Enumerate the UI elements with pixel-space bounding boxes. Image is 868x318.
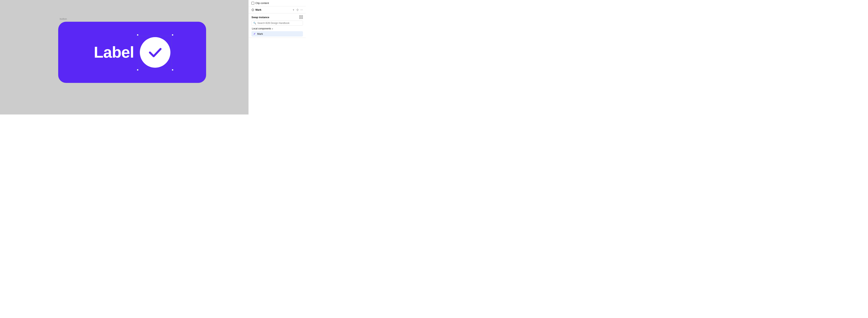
check-icon: ✓ [253,32,256,35]
handle-bl [137,69,138,71]
handle-tr [172,34,173,36]
component-chevron-icon[interactable]: ∨ [293,8,294,11]
button-text: Label [94,43,134,61]
search-icon: 🔍 [253,22,256,25]
clip-content-label: Clip content [255,2,269,4]
more-options-icon[interactable]: ··· [300,8,303,12]
move-icon[interactable]: ⊹ [296,8,299,12]
local-components-chevron-icon[interactable]: ∨ [272,28,273,30]
grid-cell-1 [300,16,301,17]
handle-br [172,69,173,71]
search-input[interactable] [257,22,301,25]
component-name-label: Mark [255,8,291,11]
diamond-icon [251,8,254,11]
component-list-item[interactable]: ✓ Mark [251,31,303,36]
local-components-row[interactable]: Local components ∨ [251,27,303,30]
grid-cell-2 [301,16,303,17]
canvas-area: button Label [0,0,248,115]
grid-view-icon[interactable] [300,16,303,19]
component-list: ✓ Mark [251,31,303,36]
local-components-label: Local components [252,27,271,30]
icon-instance-container[interactable] [140,37,170,68]
handle-tl [137,34,138,36]
clip-content-bar: Clip content [249,0,306,6]
grid-cell-3 [300,18,301,19]
clip-content-checkbox[interactable] [251,2,254,4]
component-item-name: Mark [257,32,263,35]
swap-header: Swap instance [251,16,303,19]
swap-instance-section: Swap instance 🔍 Local components ∨ ✓ Mar… [249,13,306,38]
right-panel: Clip content Mark ∨ ⊹ ··· Swap instance … [249,0,306,115]
component-row[interactable]: Mark ∨ ⊹ ··· [249,6,306,13]
button-frame-label: button [60,18,67,20]
button-component-frame[interactable]: Label [58,22,206,83]
swap-instance-title: Swap instance [251,16,269,19]
search-row[interactable]: 🔍 [251,21,303,26]
grid-cell-4 [301,18,303,19]
selection-box [138,36,172,69]
